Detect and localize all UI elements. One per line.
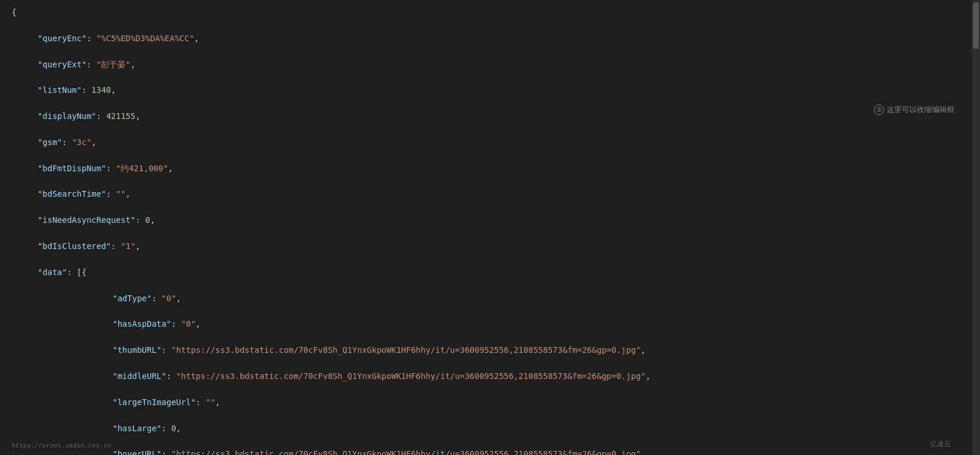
- line-bdisclustered: "bdIsClustered": "1",: [12, 240, 960, 252]
- json-content: { "queryEnc": "%C5%ED%D3%DA%EA%CC", "que…: [12, 6, 960, 455]
- line-open-brace: {: [12, 6, 960, 19]
- line-largetn: "largeTnImageUrl": "",: [12, 396, 960, 409]
- editor-container: { "queryEnc": "%C5%ED%D3%DA%EA%CC", "que…: [0, 0, 980, 455]
- line-hasaspdata: "hasAspData": "0",: [12, 317, 960, 330]
- watermark: 亿速云: [930, 439, 951, 449]
- hint-text: 这里可以收缩编辑框: [887, 105, 954, 114]
- line-gsm: "gsm": "3c",: [12, 136, 960, 149]
- line-haslarge: "hasLarge": 0,: [12, 422, 960, 435]
- line-displaynum: "displayNum": 421155,: [12, 110, 960, 122]
- line-data-open: "data": [{: [12, 266, 960, 279]
- line-adtype: "adType": "0",: [12, 292, 960, 305]
- line-bdfmtdispnum: "bdFmtDispNum": "约421,000",: [12, 162, 960, 175]
- code-area: { "queryEnc": "%C5%ED%D3%DA%EA%CC", "que…: [0, 0, 972, 455]
- line-isneedasyncrequest: "isNeedAsyncRequest": 0,: [12, 214, 960, 226]
- scrollbar[interactable]: [972, 0, 980, 455]
- line-listnum: "listNum": 1340,: [12, 84, 960, 96]
- scrollbar-thumb[interactable]: [973, 2, 979, 49]
- line-thumburl: "thumbURL": "https://ss3.bdstatic.com/70…: [12, 344, 960, 356]
- line-queryenc: "queryEnc": "%C5%ED%D3%DA%EA%CC",: [12, 32, 960, 45]
- sidebar-hint: ②这里可以收缩编辑框: [874, 104, 954, 115]
- line-middleurl: "middleURL": "https://ss3.bdstatic.com/7…: [12, 370, 960, 382]
- bottom-url: https://uroot.uadin.res.cn: [12, 442, 111, 449]
- line-hoverurl: "hoverURL": "https://ss3.bdstatic.com/70…: [12, 447, 960, 455]
- hint-circle: ②: [874, 104, 884, 115]
- line-queryext: "queryExt": "彭于晏",: [12, 58, 960, 71]
- line-bdsearchtime: "bdSearchTime": "",: [12, 187, 960, 200]
